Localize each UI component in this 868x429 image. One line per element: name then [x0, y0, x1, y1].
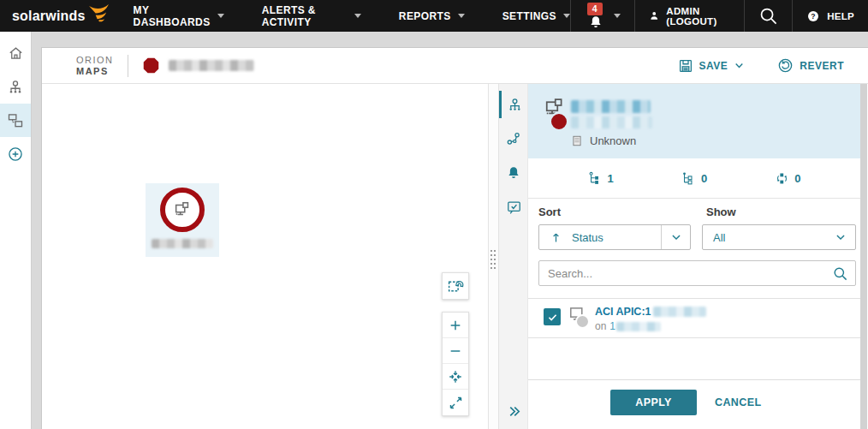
subtitle-prefix: on — [595, 320, 606, 332]
apply-button[interactable]: APPLY — [610, 390, 697, 415]
entity-counts-row: 1 0 0 — [528, 158, 860, 199]
save-button[interactable]: SAVE — [678, 58, 746, 74]
orion-maps-app: solarwinds MY DASHBOARDS ALERTS & ACTIVI… — [0, 0, 868, 429]
count-value: 1 — [608, 172, 614, 185]
search-input[interactable] — [539, 267, 824, 280]
chevron-down-icon — [734, 60, 745, 71]
solarwinds-logo[interactable]: solarwinds — [0, 9, 110, 24]
check-icon — [547, 312, 558, 323]
dropdown-chevron — [826, 225, 855, 249]
plus-circle-icon — [7, 146, 24, 163]
global-search-button[interactable] — [744, 0, 792, 32]
revert-button[interactable]: REVERT — [777, 57, 844, 74]
bell-glyph-icon — [588, 15, 603, 30]
chevron-down-icon — [563, 14, 570, 18]
main-menu: MY DASHBOARDS ALERTS & ACTIVITY REPORTS … — [134, 4, 570, 28]
menu-label: SETTINGS — [502, 10, 556, 22]
menu-alerts-activity[interactable]: ALERTS & ACTIVITY — [262, 4, 361, 28]
zoom-out-button[interactable] — [443, 338, 468, 364]
sidebar-item-new-map[interactable] — [0, 137, 31, 170]
center-arrows-icon — [448, 369, 463, 384]
help-menu[interactable]: ? HELP — [792, 0, 868, 32]
selected-entity-header: Unknown — [528, 84, 860, 158]
brand-maps: MAPS — [76, 66, 114, 77]
maps-icon — [7, 112, 24, 129]
lasso-select-tool-button[interactable] — [442, 272, 469, 300]
fullscreen-button[interactable] — [443, 390, 468, 415]
child-map-entities-filled-icon — [588, 171, 603, 186]
save-floppy-icon — [678, 58, 693, 74]
search-submit-button[interactable] — [824, 265, 855, 282]
menu-label: ALERTS & ACTIVITY — [262, 4, 348, 28]
revert-icon — [777, 57, 794, 74]
save-label: SAVE — [699, 60, 728, 72]
notification-count-badge: 4 — [587, 3, 603, 15]
server-icon — [571, 134, 583, 147]
message-check-icon — [506, 200, 522, 216]
count-child-entities[interactable]: 1 — [588, 171, 614, 186]
bell-icon[interactable]: 4 — [585, 2, 607, 31]
chevron-down-icon — [458, 14, 465, 18]
solarwinds-swoosh-icon — [88, 4, 110, 22]
critical-status-dot — [550, 112, 568, 131]
sort-dropdown[interactable]: Status — [538, 224, 691, 250]
count-child-entities-down[interactable]: 0 — [681, 171, 707, 186]
entity-subtitle: on 1 — [595, 320, 661, 332]
show-dropdown[interactable]: All — [702, 224, 856, 250]
collapse-panel-button[interactable] — [499, 401, 528, 421]
tab-related-entities[interactable] — [499, 125, 528, 152]
brand-orion: ORION — [76, 55, 114, 66]
menu-reports[interactable]: REPORTS — [399, 4, 465, 28]
map-node-selected[interactable] — [146, 183, 219, 257]
header-actions: SAVE REVERT — [678, 57, 844, 74]
unknown-status-dot — [575, 314, 590, 329]
panel-scrollbar[interactable] — [860, 84, 867, 429]
sidebar-item-groups[interactable] — [0, 70, 31, 104]
fit-to-center-button[interactable] — [443, 364, 468, 390]
entity-list-item[interactable]: ACI APIC:1 on 1 — [528, 298, 860, 338]
svg-text:?: ? — [811, 12, 816, 21]
tab-recommendations[interactable] — [499, 194, 528, 221]
entity-title-redacted — [653, 307, 706, 317]
count-value: 0 — [701, 172, 707, 185]
count-related-maps[interactable]: 0 — [775, 171, 800, 186]
sort-ascending-arrow-icon — [550, 231, 562, 244]
map-canvas[interactable] — [42, 84, 488, 429]
status-label: Unknown — [590, 134, 636, 147]
entity-search-box — [538, 260, 856, 286]
map-title-redacted — [169, 60, 254, 71]
hierarchy-icon — [7, 79, 24, 96]
footer-divider — [528, 379, 860, 380]
dropdown-chevron — [661, 225, 690, 249]
user-menu[interactable]: ADMIN (LOGOUT) — [634, 0, 744, 32]
cancel-button[interactable]: CANCEL — [715, 390, 761, 415]
lasso-magnet-icon — [447, 277, 465, 295]
help-icon: ? — [806, 9, 820, 23]
show-label: Show — [706, 206, 736, 218]
show-value: All — [713, 231, 725, 244]
tab-alerts[interactable] — [499, 159, 528, 187]
critical-status-octagon-icon — [142, 57, 160, 74]
splitter-grip-icon — [490, 248, 496, 269]
search-icon — [758, 6, 778, 26]
revert-label: REVERT — [800, 60, 844, 72]
tab-entity-structure[interactable] — [499, 91, 528, 118]
topbar-right-cluster: 4 ADMIN (LOGOUT) — [570, 0, 868, 32]
notifications-menu[interactable]: 4 — [570, 0, 634, 32]
double-chevron-right-icon — [507, 404, 521, 419]
entity-checkbox-checked[interactable] — [544, 308, 561, 325]
chevron-down-icon — [835, 231, 847, 243]
menu-settings[interactable]: SETTINGS — [502, 4, 570, 28]
sidebar-item-home[interactable] — [0, 37, 31, 70]
child-map-entities-empty-icon — [681, 171, 696, 186]
header-divider — [128, 55, 128, 77]
zoom-in-button[interactable] — [443, 313, 468, 338]
sidebar-item-maps[interactable] — [0, 104, 31, 137]
help-label: HELP — [827, 11, 854, 21]
entity-status-row: Unknown — [571, 134, 636, 147]
search-icon — [832, 265, 848, 282]
menu-my-dashboards[interactable]: MY DASHBOARDS — [134, 4, 224, 28]
sort-label: Sort — [538, 206, 561, 218]
entity-subtitle-redacted — [571, 116, 652, 128]
panel-splitter[interactable] — [488, 84, 499, 429]
